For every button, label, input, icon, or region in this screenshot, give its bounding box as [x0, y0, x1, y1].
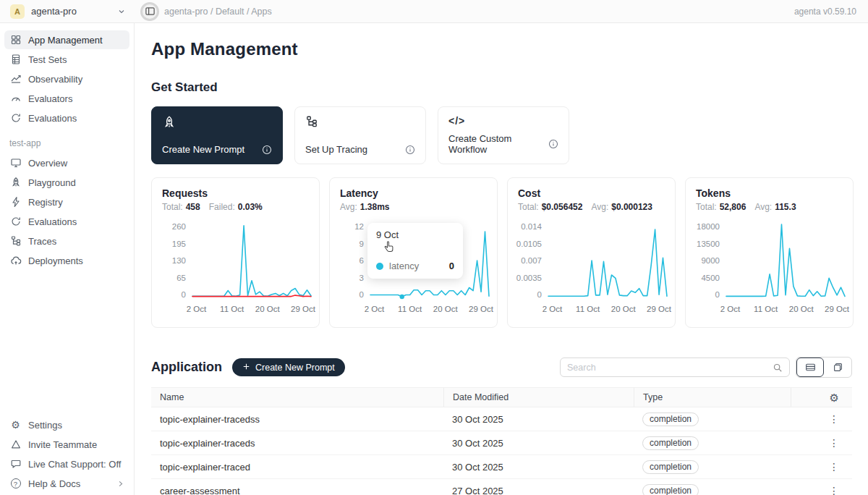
table-row[interactable]: topic-explainer-tracedss 30 Oct 2025 com… [151, 407, 852, 431]
sidebar-item-label: Evaluations [28, 113, 77, 124]
row-menu-icon[interactable]: ⋮ [829, 461, 839, 473]
workspace-selector[interactable]: A agenta-pro [0, 4, 135, 19]
tokens-chart-card: Tokens Total:52,806 Avg:115.3 1800013500… [685, 177, 854, 328]
x-axis-labels: 2 Oct11 Oct20 Oct29 Oct [192, 305, 311, 315]
card-label: Create New Prompt [162, 144, 244, 155]
set-up-tracing-card[interactable]: Set Up Tracing [294, 106, 426, 164]
app-name[interactable]: topic-explainer-traced [151, 462, 443, 473]
gauge-icon [9, 93, 22, 104]
column-header-type[interactable]: Type [634, 388, 791, 407]
chart-plot[interactable]: 2 Oct11 Oct20 Oct29 Oct [726, 222, 845, 315]
cloud-icon [9, 255, 22, 266]
sidebar-item-traces[interactable]: Traces [4, 232, 129, 250]
column-settings-gear-icon[interactable]: ⚙ [830, 392, 839, 403]
table-row[interactable]: topic-explainer-traceds 30 Oct 2025 comp… [151, 431, 852, 455]
sidebar-item-invite-teammate[interactable]: Invite Teammate [4, 435, 129, 454]
get-started-cards: Create New Prompt Set Up Tracing </> Cre… [151, 106, 868, 164]
search-icon[interactable] [773, 363, 783, 373]
sidebar-item-label: Traces [28, 236, 56, 247]
sidebar-item-app-evaluations[interactable]: Evaluations [4, 212, 129, 231]
info-icon[interactable] [405, 145, 415, 155]
table-view-button[interactable] [796, 358, 824, 377]
plus-icon [242, 363, 250, 373]
sidebar-item-label: Evaluators [28, 93, 72, 104]
sidebar-item-registry[interactable]: Registry [4, 192, 129, 211]
chevron-down-icon [117, 7, 126, 16]
question-circle-icon: ? [9, 478, 22, 488]
sidebar-item-label: Settings [28, 420, 62, 431]
column-header-name[interactable]: Name [151, 388, 443, 407]
sidebar-footer: ⚙ Settings Invite Teammate Live Chat Sup… [0, 415, 134, 495]
tooltip-series-name: latency [389, 261, 419, 271]
rocket-icon [9, 177, 22, 188]
sidebar-item-label: Overview [28, 158, 67, 169]
page-title: App Management [151, 39, 868, 59]
table-row[interactable]: topic-explainer-traced 30 Oct 2025 compl… [151, 455, 852, 479]
chart-tooltip: 9 Oct latency 0 [367, 223, 463, 279]
chart-stats: Total:458 Failed:0.03% [162, 202, 309, 212]
requests-chart-card: Requests Total:458 Failed:0.03% 26019513… [151, 177, 320, 328]
topbar: A agenta-pro agenta-pro / Default / Apps… [0, 0, 868, 23]
chart-title: Cost [518, 187, 665, 199]
row-menu-icon[interactable]: ⋮ [829, 485, 839, 495]
chart-title: Tokens [696, 187, 843, 199]
sidebar-item-live-chat[interactable]: Live Chat Support: Off [4, 454, 129, 473]
sidebar-item-playground[interactable]: Playground [4, 173, 129, 192]
gear-icon: ⚙ [9, 420, 22, 430]
table-row[interactable]: career-assessment 27 Oct 2025 completion… [151, 479, 852, 495]
create-custom-workflow-card[interactable]: </> Create Custom Workflow [438, 106, 569, 164]
grid-icon [9, 34, 22, 46]
breadcrumb-area: agenta-pro / Default / Apps [135, 2, 272, 21]
info-icon[interactable] [262, 145, 272, 155]
sidebar-item-label: Live Chat Support: Off [28, 459, 121, 470]
sidebar-item-label: Evaluations [28, 216, 77, 227]
breadcrumb[interactable]: agenta-pro / Default / Apps [164, 7, 272, 17]
application-header: Application Create New Prompt [151, 357, 868, 378]
sidebar-item-evaluations[interactable]: Evaluations [4, 109, 129, 127]
x-axis-labels: 2 Oct11 Oct20 Oct29 Oct [548, 305, 667, 315]
chat-bubble-icon [9, 458, 22, 470]
test-sets-icon [9, 54, 22, 65]
create-new-prompt-button[interactable]: Create New Prompt [232, 358, 345, 376]
sidebar-toggle-button[interactable] [140, 2, 159, 21]
type-badge: completion [642, 412, 699, 426]
tooltip-value: 0 [449, 261, 454, 271]
app-name[interactable]: topic-explainer-tracedss [151, 414, 443, 425]
app-name[interactable]: career-assessment [151, 486, 443, 495]
cost-chart-card: Cost Total:$0.056452 Avg:$0.000123 0.014… [507, 177, 676, 328]
info-icon[interactable] [548, 139, 558, 149]
sidebar-item-overview[interactable]: Overview [4, 153, 129, 172]
chart-plot[interactable]: 2 Oct11 Oct20 Oct29 Oct [548, 222, 667, 315]
chart-plot[interactable]: 2 Oct11 Oct20 Oct29 Oct [192, 222, 311, 315]
table-header: Name Date Modified Type ⚙ [151, 387, 852, 407]
view-switcher [796, 357, 852, 378]
column-header-date-modified[interactable]: Date Modified [443, 388, 634, 407]
sidebar-item-settings[interactable]: ⚙ Settings [4, 415, 129, 434]
latency-chart-card: Latency Avg:1.38ms 129630 2 Oct11 Oct20 … [329, 177, 498, 328]
chart-title: Latency [340, 187, 487, 199]
y-axis-labels: 1800013500900045000 [696, 222, 726, 299]
sidebar-item-observability[interactable]: Observability [4, 69, 129, 88]
hand-cursor-icon [382, 240, 396, 257]
get-started-heading: Get Started [151, 80, 868, 95]
y-axis-labels: 129630 [340, 222, 370, 299]
create-new-prompt-card[interactable]: Create New Prompt [151, 106, 283, 164]
row-menu-icon[interactable]: ⋮ [829, 437, 839, 449]
card-view-button[interactable] [824, 358, 851, 377]
type-badge: completion [642, 484, 699, 495]
sidebar-item-test-sets[interactable]: Test Sets [4, 50, 129, 69]
search-box[interactable] [560, 358, 790, 377]
refresh-circle-icon [9, 216, 22, 227]
x-axis-labels: 2 Oct11 Oct20 Oct29 Oct [726, 305, 845, 315]
app-name[interactable]: topic-explainer-traceds [151, 438, 443, 449]
sidebar-item-deployments[interactable]: Deployments [4, 251, 129, 270]
search-input[interactable] [567, 363, 773, 373]
sidebar-item-help-docs[interactable]: ? Help & Docs [4, 474, 129, 493]
sidebar-item-app-management[interactable]: App Management [4, 30, 129, 49]
y-axis-labels: 260195130650 [162, 222, 192, 299]
tooltip-series-row: latency 0 [376, 261, 454, 271]
row-menu-icon[interactable]: ⋮ [829, 413, 839, 425]
sidebar-item-evaluators[interactable]: Evaluators [4, 89, 129, 108]
metrics-cards: Requests Total:458 Failed:0.03% 26019513… [151, 177, 868, 328]
triangle-icon [9, 439, 22, 450]
